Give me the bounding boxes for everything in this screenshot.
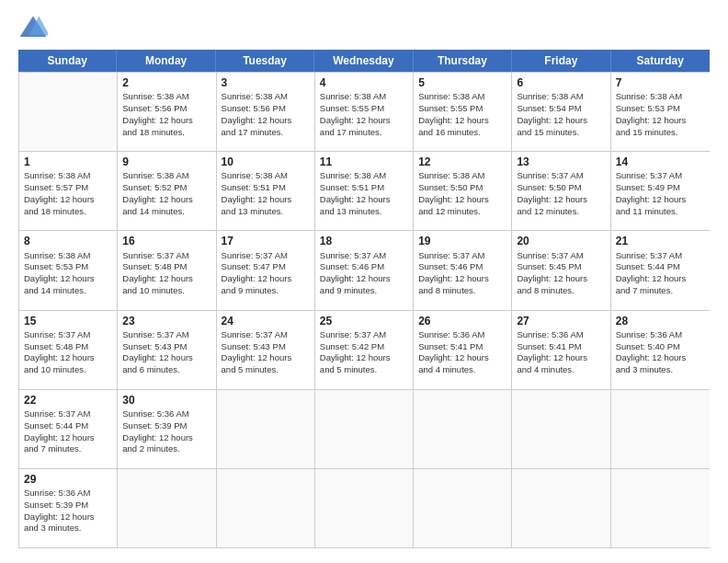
calendar-cell [611, 469, 710, 547]
day-number: 20 [517, 234, 605, 248]
day-info: Sunrise: 5:37 AM Sunset: 5:48 PM Dayligh… [122, 250, 193, 295]
calendar-cell: 2Sunrise: 5:38 AM Sunset: 5:56 PM Daylig… [118, 73, 216, 151]
day-number: 14 [616, 155, 705, 169]
calendar-cell: 18Sunrise: 5:37 AM Sunset: 5:46 PM Dayli… [315, 231, 414, 309]
day-info: Sunrise: 5:38 AM Sunset: 5:56 PM Dayligh… [122, 91, 193, 136]
day-info: Sunrise: 5:36 AM Sunset: 5:39 PM Dayligh… [122, 408, 193, 454]
day-info: Sunrise: 5:36 AM Sunset: 5:39 PM Dayligh… [24, 488, 95, 533]
day-number: 30 [122, 393, 210, 408]
day-info: Sunrise: 5:38 AM Sunset: 5:51 PM Dayligh… [320, 170, 391, 215]
calendar-cell: 10Sunrise: 5:38 AM Sunset: 5:51 PM Dayli… [217, 152, 315, 230]
calendar-cell: 27Sunrise: 5:36 AM Sunset: 5:41 PM Dayli… [512, 311, 610, 389]
calendar-cell: 16Sunrise: 5:37 AM Sunset: 5:48 PM Dayli… [118, 231, 216, 309]
day-number: 19 [418, 234, 506, 248]
day-number: 24 [222, 314, 310, 328]
calendar-cell [611, 390, 710, 468]
day-info: Sunrise: 5:37 AM Sunset: 5:47 PM Dayligh… [222, 250, 292, 295]
day-info: Sunrise: 5:36 AM Sunset: 5:41 PM Dayligh… [418, 329, 489, 374]
day-info: Sunrise: 5:38 AM Sunset: 5:56 PM Dayligh… [222, 91, 292, 136]
calendar-cell [414, 469, 512, 547]
calendar-cell: 25Sunrise: 5:37 AM Sunset: 5:42 PM Dayli… [315, 311, 414, 389]
day-info: Sunrise: 5:36 AM Sunset: 5:41 PM Dayligh… [517, 329, 587, 374]
calendar-row: 29Sunrise: 5:36 AM Sunset: 5:39 PM Dayli… [19, 468, 710, 547]
calendar-cell: 9Sunrise: 5:38 AM Sunset: 5:52 PM Daylig… [118, 152, 216, 230]
day-number: 26 [418, 314, 506, 328]
day-info: Sunrise: 5:37 AM Sunset: 5:46 PM Dayligh… [418, 250, 489, 295]
calendar-header-cell: Thursday [414, 50, 512, 72]
calendar-cell: 7Sunrise: 5:38 AM Sunset: 5:53 PM Daylig… [611, 73, 710, 151]
day-info: Sunrise: 5:36 AM Sunset: 5:40 PM Dayligh… [616, 329, 687, 374]
calendar-cell: 23Sunrise: 5:37 AM Sunset: 5:43 PM Dayli… [118, 311, 216, 389]
calendar-cell: 17Sunrise: 5:37 AM Sunset: 5:47 PM Dayli… [217, 231, 315, 309]
day-info: Sunrise: 5:37 AM Sunset: 5:46 PM Dayligh… [320, 250, 391, 295]
day-number: 16 [122, 234, 210, 248]
calendar-cell: 22Sunrise: 5:37 AM Sunset: 5:44 PM Dayli… [19, 390, 118, 468]
day-info: Sunrise: 5:37 AM Sunset: 5:49 PM Dayligh… [616, 170, 687, 215]
day-info: Sunrise: 5:37 AM Sunset: 5:45 PM Dayligh… [517, 250, 587, 295]
day-number: 27 [517, 314, 605, 328]
day-info: Sunrise: 5:37 AM Sunset: 5:48 PM Dayligh… [24, 329, 95, 374]
day-number: 11 [320, 155, 408, 169]
day-info: Sunrise: 5:37 AM Sunset: 5:50 PM Dayligh… [517, 170, 587, 215]
day-number: 1 [24, 155, 112, 169]
page: SundayMondayTuesdayWednesdayThursdayFrid… [0, 0, 728, 563]
calendar-row: 1Sunrise: 5:38 AM Sunset: 5:57 PM Daylig… [19, 151, 710, 230]
calendar-row: 8Sunrise: 5:38 AM Sunset: 5:53 PM Daylig… [19, 230, 710, 309]
day-info: Sunrise: 5:38 AM Sunset: 5:57 PM Dayligh… [24, 170, 95, 215]
day-info: Sunrise: 5:38 AM Sunset: 5:53 PM Dayligh… [616, 91, 687, 136]
calendar-cell: 20Sunrise: 5:37 AM Sunset: 5:45 PM Dayli… [512, 231, 610, 309]
day-number: 9 [122, 155, 210, 169]
day-number: 5 [418, 75, 506, 90]
calendar-header-cell: Tuesday [216, 50, 314, 72]
calendar-cell: 30Sunrise: 5:36 AM Sunset: 5:39 PM Dayli… [118, 390, 216, 468]
calendar-header-cell: Monday [117, 50, 215, 72]
calendar-cell [19, 73, 118, 151]
calendar-row: 15Sunrise: 5:37 AM Sunset: 5:48 PM Dayli… [19, 310, 710, 389]
day-number: 12 [418, 155, 506, 169]
calendar-header-cell: Sunday [18, 50, 117, 72]
calendar-cell: 5Sunrise: 5:38 AM Sunset: 5:55 PM Daylig… [414, 73, 512, 151]
day-number: 18 [320, 234, 408, 248]
calendar-row: 22Sunrise: 5:37 AM Sunset: 5:44 PM Dayli… [19, 389, 710, 468]
calendar-header: SundayMondayTuesdayWednesdayThursdayFrid… [18, 50, 710, 72]
day-info: Sunrise: 5:38 AM Sunset: 5:53 PM Dayligh… [24, 250, 95, 295]
day-number: 7 [616, 75, 705, 90]
day-info: Sunrise: 5:37 AM Sunset: 5:43 PM Dayligh… [222, 329, 292, 374]
calendar-cell [512, 469, 610, 547]
day-info: Sunrise: 5:38 AM Sunset: 5:54 PM Dayligh… [517, 91, 587, 136]
day-number: 22 [24, 393, 112, 408]
header [18, 15, 710, 40]
calendar-cell [315, 390, 414, 468]
day-number: 4 [320, 75, 408, 90]
day-number: 21 [616, 234, 705, 248]
calendar-cell: 1Sunrise: 5:38 AM Sunset: 5:57 PM Daylig… [19, 152, 118, 230]
day-info: Sunrise: 5:38 AM Sunset: 5:55 PM Dayligh… [418, 91, 489, 136]
logo-icon [18, 15, 48, 40]
calendar-cell: 11Sunrise: 5:38 AM Sunset: 5:51 PM Dayli… [315, 152, 414, 230]
calendar: SundayMondayTuesdayWednesdayThursdayFrid… [18, 50, 710, 548]
calendar-cell [512, 390, 610, 468]
calendar-cell: 15Sunrise: 5:37 AM Sunset: 5:48 PM Dayli… [19, 311, 118, 389]
calendar-cell: 12Sunrise: 5:38 AM Sunset: 5:50 PM Dayli… [414, 152, 512, 230]
day-info: Sunrise: 5:38 AM Sunset: 5:50 PM Dayligh… [418, 170, 489, 215]
day-number: 28 [616, 314, 705, 328]
calendar-cell: 3Sunrise: 5:38 AM Sunset: 5:56 PM Daylig… [217, 73, 315, 151]
calendar-cell: 24Sunrise: 5:37 AM Sunset: 5:43 PM Dayli… [217, 311, 315, 389]
calendar-cell: 28Sunrise: 5:36 AM Sunset: 5:40 PM Dayli… [611, 311, 710, 389]
calendar-cell: 13Sunrise: 5:37 AM Sunset: 5:50 PM Dayli… [512, 152, 610, 230]
day-info: Sunrise: 5:38 AM Sunset: 5:51 PM Dayligh… [222, 170, 292, 215]
day-number: 13 [517, 155, 605, 169]
day-info: Sunrise: 5:38 AM Sunset: 5:52 PM Dayligh… [122, 170, 193, 215]
calendar-cell [217, 469, 315, 547]
calendar-cell: 8Sunrise: 5:38 AM Sunset: 5:53 PM Daylig… [19, 231, 118, 309]
day-number: 29 [24, 472, 112, 487]
day-number: 23 [122, 314, 210, 328]
day-number: 3 [222, 75, 310, 90]
calendar-cell: 19Sunrise: 5:37 AM Sunset: 5:46 PM Dayli… [414, 231, 512, 309]
day-number: 17 [222, 234, 310, 248]
calendar-cell: 6Sunrise: 5:38 AM Sunset: 5:54 PM Daylig… [512, 73, 610, 151]
day-number: 10 [222, 155, 310, 169]
day-info: Sunrise: 5:37 AM Sunset: 5:43 PM Dayligh… [122, 329, 193, 374]
day-number: 6 [517, 75, 605, 90]
calendar-body: 2Sunrise: 5:38 AM Sunset: 5:56 PM Daylig… [18, 72, 710, 548]
